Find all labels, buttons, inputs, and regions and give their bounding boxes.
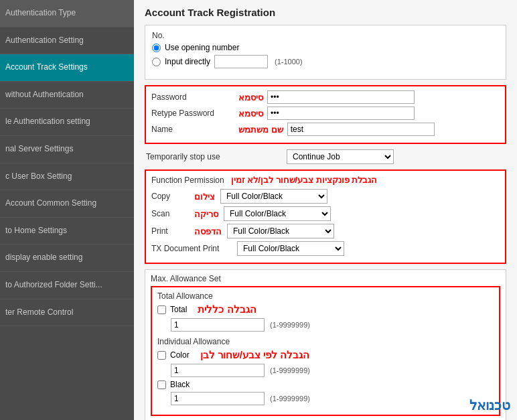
sidebar-item-track-settings[interactable]: Account Track Settings — [0, 54, 134, 82]
color-input[interactable] — [171, 364, 265, 377]
input-directly-range: (1-1000) — [275, 58, 303, 66]
sidebar-item-home-settings[interactable]: to Home Settings — [0, 218, 134, 245]
total-checkbox-row: Total הגבלה כללית — [157, 303, 494, 316]
func-perm-header: Function Permission הגבלת פונקציות צבע/ש… — [151, 175, 500, 185]
name-label: Name — [151, 125, 238, 134]
temp-stop-select[interactable]: Continue Job Stop Job — [287, 149, 394, 164]
total-checkbox[interactable] — [157, 305, 166, 314]
radio-use-opening[interactable] — [152, 44, 161, 52]
sidebar-item-display-enable[interactable]: display enable setting — [0, 244, 134, 272]
color-input-row: (1-9999999) — [171, 364, 494, 377]
radio-use-opening-label: Use opening number — [165, 43, 239, 52]
sidebar-item-server-settings[interactable]: nal Server Settings — [0, 136, 134, 163]
allowance-section: Total Allowance Total הגבלה כללית (1-999… — [151, 286, 500, 416]
color-checkbox-row: Color הגבלה לפי צבע/שחור לבן — [157, 349, 494, 361]
no-label: No. — [152, 31, 499, 40]
page-title: Account Track Registration — [145, 7, 506, 18]
total-allowance-title: Total Allowance — [157, 291, 494, 301]
black-input[interactable] — [171, 392, 265, 405]
sidebar-item-common-setting[interactable]: Account Common Setting — [0, 190, 134, 218]
password-row: Password סיסמא — [151, 90, 500, 104]
color-checkbox[interactable] — [157, 351, 166, 360]
radio-row-opening: Use opening number — [152, 43, 499, 52]
func-perm-title: Function Permission — [151, 176, 224, 185]
total-range: (1-9999999) — [270, 321, 310, 329]
func-print-row: Print הדפסה Full Color/Black Full Color … — [151, 224, 500, 238]
individual-allowance-title: Individual Allowance — [157, 337, 494, 346]
password-input[interactable] — [267, 90, 415, 104]
password-label: Password — [151, 92, 238, 102]
func-tx-select[interactable]: Full Color/Black Full Color Only Black O… — [237, 241, 344, 256]
sidebar-item-remote-control[interactable]: ter Remote Control — [0, 299, 134, 327]
sidebar: Authentication TypeAuthentication Settin… — [0, 0, 134, 420]
radio-input-directly[interactable] — [152, 58, 161, 66]
sidebar-item-auth-setting2[interactable]: le Authentication setting — [0, 109, 134, 136]
temp-stop-row: Temporarily stop use Continue Job Stop J… — [145, 149, 506, 164]
sidebar-item-auth-type[interactable]: Authentication Type — [0, 0, 134, 27]
total-checkbox-label: Total — [170, 305, 187, 314]
radio-row-direct: Input directly (1-1000) — [152, 55, 499, 68]
func-tx-name: TX Document Print — [151, 244, 232, 253]
total-input-row: (1-9999999) — [171, 318, 494, 332]
individual-hebrew: הגבלה לפי צבע/שחור לבן — [200, 349, 310, 361]
total-hebrew: הגבלה כללית — [198, 303, 256, 316]
black-range: (1-9999999) — [270, 395, 310, 403]
func-scan-select[interactable]: Full Color/Black Full Color Only Black O… — [224, 206, 331, 221]
max-allowance-section: Max. Allowance Set Total Allowance Total… — [145, 269, 506, 420]
func-print-select[interactable]: Full Color/Black Full Color Only Black O… — [227, 224, 334, 238]
password-hebrew: סיסמא — [238, 92, 263, 102]
black-checkbox-row: Black — [157, 380, 494, 389]
func-tx-row: TX Document Print Full Color/Black Full … — [151, 241, 500, 256]
max-allowance-title: Max. Allowance Set — [151, 274, 500, 283]
func-print-name: Print — [151, 226, 192, 236]
func-scan-hebrew: סריקה — [194, 209, 218, 219]
name-input[interactable] — [287, 123, 435, 136]
sidebar-item-auth-folder[interactable]: to Authorized Folder Setti... — [0, 272, 134, 299]
name-row: Name שם משתמש — [151, 123, 500, 136]
main-content: Account Track Registration No. Use openi… — [134, 0, 517, 420]
func-print-hebrew: הדפסה — [194, 226, 222, 236]
black-checkbox-label: Black — [170, 380, 190, 389]
total-input[interactable] — [171, 318, 265, 332]
retype-input[interactable] — [267, 107, 415, 120]
func-copy-select[interactable]: Full Color/Black Full Color Only Black O… — [220, 189, 327, 204]
sidebar-item-user-box[interactable]: c User Box Setting — [0, 163, 134, 191]
func-copy-name: Copy — [151, 192, 192, 201]
radio-input-directly-label: Input directly — [165, 57, 210, 66]
function-permission-section: Function Permission הגבלת פונקציות צבע/ש… — [145, 169, 506, 264]
func-scan-row: Scan סריקה Full Color/Black Full Color O… — [151, 206, 500, 221]
no-section: No. Use opening number Input directly (1… — [145, 25, 506, 80]
radio-group: Use opening number Input directly (1-100… — [152, 43, 499, 68]
black-input-row: (1-9999999) — [171, 392, 494, 405]
sidebar-item-auth-setting[interactable]: Authentication Setting — [0, 27, 134, 55]
retype-row: Retype Password סיסמא — [151, 107, 500, 120]
total-allowance-block: Total Allowance Total הגבלה כללית (1-999… — [157, 291, 494, 332]
func-scan-name: Scan — [151, 209, 192, 218]
sidebar-item-without-auth[interactable]: without Authentication — [0, 82, 134, 109]
func-copy-hebrew: צילום — [194, 192, 215, 202]
color-range: (1-9999999) — [270, 366, 310, 374]
logo: טכנואל — [469, 397, 510, 413]
name-hebrew: שם משתמש — [238, 125, 283, 135]
func-copy-row: Copy צילום Full Color/Black Full Color O… — [151, 189, 500, 204]
func-perm-hebrew: הגבלת פונקציות צבע/שחור לבן/לא זמין — [231, 175, 378, 185]
input-directly-field[interactable] — [214, 55, 268, 68]
color-checkbox-label: Color — [170, 350, 190, 360]
black-checkbox[interactable] — [157, 380, 166, 389]
credentials-section: Password סיסמא Retype Password סיסמא Nam… — [145, 85, 506, 144]
retype-hebrew: סיסמא — [238, 109, 263, 119]
retype-label: Retype Password — [151, 109, 238, 118]
individual-allowance-block: Individual Allowance Color הגבלה לפי צבע… — [157, 337, 494, 405]
temp-stop-label: Temporarily stop use — [146, 152, 280, 161]
